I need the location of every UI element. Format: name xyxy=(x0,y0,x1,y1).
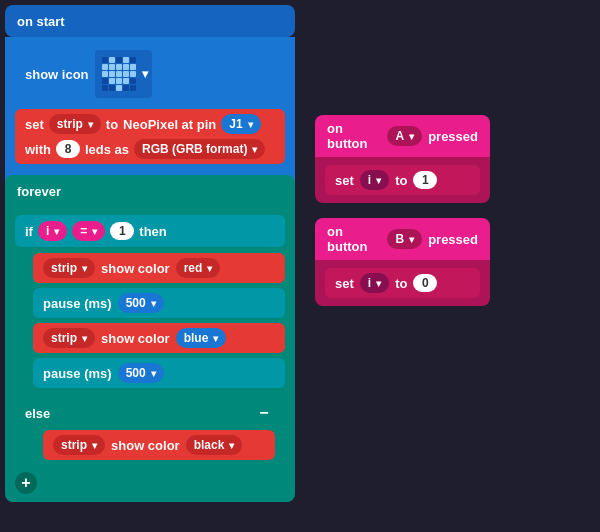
if-value-pill[interactable]: 1 xyxy=(110,222,134,240)
forever-group: forever if i ▾ = ▾ 1 then xyxy=(5,175,295,502)
btn-a-body: set i ▾ to 1 xyxy=(315,157,490,203)
on-start-header: on start xyxy=(5,5,295,37)
btn-a-var-dropdown[interactable]: i ▾ xyxy=(360,170,389,190)
variable-dropdown[interactable]: i ▾ xyxy=(38,221,67,241)
pin-dropdown[interactable]: J1 ▾ xyxy=(221,114,260,134)
show-icon-block[interactable]: show icon ▾ xyxy=(15,45,285,103)
if-label: if xyxy=(25,224,33,239)
if-body: strip ▾ show color red ▾ pause (ms) 500 … xyxy=(33,253,285,388)
icon-dropdown-arrow[interactable]: ▾ xyxy=(142,67,148,81)
color2-dropdown[interactable]: blue ▾ xyxy=(176,328,227,348)
btn-b-var-dropdown[interactable]: i ▾ xyxy=(360,273,389,293)
strip1-dropdown[interactable]: strip ▾ xyxy=(43,258,95,278)
add-button-row: + xyxy=(15,472,285,494)
btn-b-header: on button B ▾ pressed xyxy=(315,218,490,260)
show-color-red-block[interactable]: strip ▾ show color red ▾ xyxy=(33,253,285,283)
pause2-block[interactable]: pause (ms) 500 ▾ xyxy=(33,358,285,388)
else-block: else − strip ▾ show color black ▾ xyxy=(15,396,285,466)
forever-header: forever xyxy=(5,175,295,207)
color1-dropdown[interactable]: red ▾ xyxy=(176,258,221,278)
else-body: strip ▾ show color black ▾ xyxy=(43,430,275,460)
pause1-block[interactable]: pause (ms) 500 ▾ xyxy=(33,288,285,318)
format-dropdown[interactable]: RGB (GRB format) ▾ xyxy=(134,139,265,159)
neopixel-set-block[interactable]: set strip ▾ to NeoPixel at pin J1 ▾ with… xyxy=(15,109,285,164)
btn-b-on-label: on button xyxy=(327,224,375,254)
else-label: else xyxy=(25,406,50,421)
btn-b-set-block[interactable]: set i ▾ to 0 xyxy=(325,268,480,298)
show-icon-label: show icon xyxy=(25,67,89,82)
color3-dropdown[interactable]: black ▾ xyxy=(186,435,243,455)
btn-a-pressed-label: pressed xyxy=(428,129,478,144)
strip-dropdown-arrow: ▾ xyxy=(88,119,93,130)
set-label: set xyxy=(25,117,44,132)
show-color-blue-block[interactable]: strip ▾ show color blue ▾ xyxy=(33,323,285,353)
leds-count-pill[interactable]: 8 xyxy=(56,140,80,158)
btn-a-set-block[interactable]: set i ▾ to 1 xyxy=(325,165,480,195)
pause1-dropdown[interactable]: 500 ▾ xyxy=(118,293,164,313)
btn-a-dropdown[interactable]: A ▾ xyxy=(387,126,422,146)
btn-b-body: set i ▾ to 0 xyxy=(315,260,490,306)
forever-label: forever xyxy=(17,184,61,199)
strip-dropdown[interactable]: strip ▾ xyxy=(49,114,101,134)
pause2-dropdown[interactable]: 500 ▾ xyxy=(118,363,164,383)
strip3-dropdown[interactable]: strip ▾ xyxy=(53,435,105,455)
btn-a-group: on button A ▾ pressed set i ▾ to 1 xyxy=(315,115,490,203)
icon-grid xyxy=(99,54,139,94)
if-block[interactable]: if i ▾ = ▾ 1 then xyxy=(15,215,285,247)
strip2-dropdown[interactable]: strip ▾ xyxy=(43,328,95,348)
add-branch-button[interactable]: + xyxy=(15,472,37,494)
btn-b-dropdown[interactable]: B ▾ xyxy=(387,229,422,249)
btn-a-on-label: on button xyxy=(327,121,375,151)
then-label: then xyxy=(139,224,166,239)
btn-b-value-pill[interactable]: 0 xyxy=(413,274,437,292)
btn-a-header: on button A ▾ pressed xyxy=(315,115,490,157)
btn-b-group: on button B ▾ pressed set i ▾ to 0 xyxy=(315,218,490,306)
btn-b-pressed-label: pressed xyxy=(428,232,478,247)
show-color-black-block[interactable]: strip ▾ show color black ▾ xyxy=(43,430,275,460)
icon-picker[interactable]: ▾ xyxy=(95,50,152,98)
equals-dropdown[interactable]: = ▾ xyxy=(72,221,105,241)
else-minus-button[interactable]: − xyxy=(253,402,275,424)
on-start-label: on start xyxy=(17,14,65,29)
btn-a-value-pill[interactable]: 1 xyxy=(413,171,437,189)
